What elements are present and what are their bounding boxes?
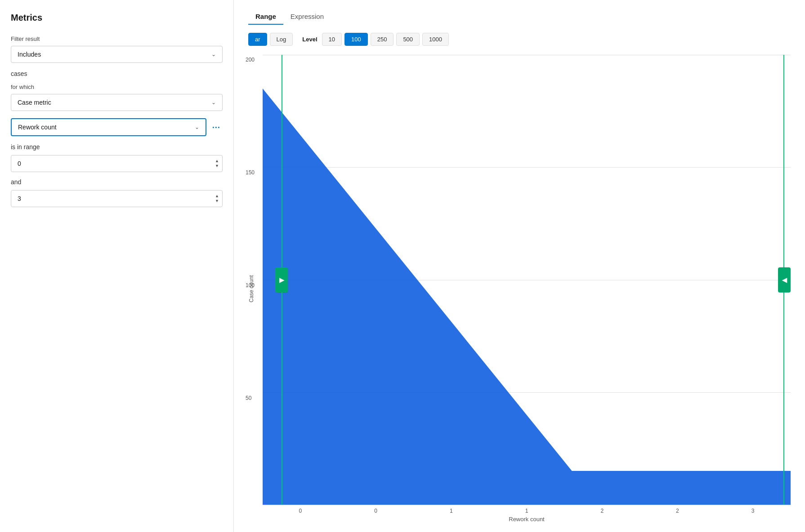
x-axis-ticks: 0 0 1 1 2 2 3 [263, 508, 791, 514]
rework-count-value: Rework count [18, 124, 57, 131]
tab-range[interactable]: Range [248, 9, 283, 24]
case-metric-select[interactable]: Case metric ⌄ [11, 94, 223, 111]
right-arrow-icon: ◀ [782, 276, 787, 284]
chart-area: Case count 200 150 100 50 [248, 55, 791, 523]
max-spin-up[interactable]: ▲ [215, 194, 219, 198]
ellipsis-button[interactable]: ⋯ [210, 120, 223, 134]
x-tick-0b: 0 [338, 508, 414, 514]
for-which-label: for which [11, 84, 223, 90]
chevron-down-icon-2: ⌄ [211, 99, 216, 106]
log-button[interactable]: Log [270, 33, 293, 46]
chart-toolbar: ar Log Level 10 100 250 500 1000 [248, 33, 791, 46]
min-value-input[interactable] [11, 155, 223, 172]
max-value-wrapper: ▲ ▼ [11, 190, 223, 207]
x-axis-label: Rework count [263, 516, 791, 523]
level-label: Level [302, 36, 317, 43]
chevron-down-icon-3: ⌄ [195, 124, 199, 130]
chevron-down-icon: ⌄ [211, 51, 216, 58]
svg-marker-0 [263, 89, 791, 505]
tab-bar: Range Expression [248, 9, 791, 24]
panel-title: Metrics [11, 13, 223, 23]
level-250-button[interactable]: 250 [371, 33, 394, 46]
y-tick-50: 50 [246, 395, 255, 401]
min-spin-buttons: ▲ ▼ [215, 159, 219, 168]
left-panel: Metrics Filter result Includes ⌄ cases f… [0, 0, 234, 532]
x-tick-3: 3 [715, 508, 791, 514]
cases-text: cases [11, 70, 223, 77]
is-in-range-label: is in range [11, 143, 223, 151]
level-10-button[interactable]: 10 [322, 33, 342, 46]
min-spin-down[interactable]: ▼ [215, 164, 219, 168]
x-tick-0a: 0 [263, 508, 338, 514]
chart-container: Case count 200 150 100 50 [248, 55, 791, 523]
min-value-wrapper: ▲ ▼ [11, 155, 223, 172]
and-label: and [11, 178, 223, 186]
y-tick-200: 200 [246, 57, 255, 63]
y-tick-150: 150 [246, 169, 255, 176]
level-1000-button[interactable]: 1000 [422, 33, 449, 46]
rework-count-select[interactable]: Rework count ⌄ [11, 118, 206, 136]
max-value-input[interactable] [11, 190, 223, 207]
level-500-button[interactable]: 500 [396, 33, 420, 46]
right-panel: Range Expression ar Log Level 10 100 250… [234, 0, 805, 532]
ar-button[interactable]: ar [248, 33, 267, 46]
x-tick-1b: 1 [489, 508, 564, 514]
y-tick-100: 100 [246, 282, 255, 288]
left-arrow-icon: ▶ [279, 276, 284, 284]
max-spin-buttons: ▲ ▼ [215, 194, 219, 203]
chart-svg [263, 55, 791, 505]
range-handle-right[interactable]: ◀ [778, 267, 791, 293]
level-100-button[interactable]: 100 [344, 33, 368, 46]
filter-result-value: Includes [18, 51, 41, 58]
x-tick-1a: 1 [413, 508, 489, 514]
tab-expression[interactable]: Expression [283, 9, 331, 24]
x-tick-2a: 2 [564, 508, 640, 514]
x-tick-2b: 2 [640, 508, 716, 514]
range-handle-left[interactable]: ▶ [275, 267, 288, 293]
max-spin-down[interactable]: ▼ [215, 199, 219, 203]
metric-row: Rework count ⌄ ⋯ [11, 118, 223, 136]
case-metric-value: Case metric [18, 99, 51, 106]
filter-result-select[interactable]: Includes ⌄ [11, 46, 223, 63]
min-spin-up[interactable]: ▲ [215, 159, 219, 163]
filter-result-label: Filter result [11, 35, 223, 42]
